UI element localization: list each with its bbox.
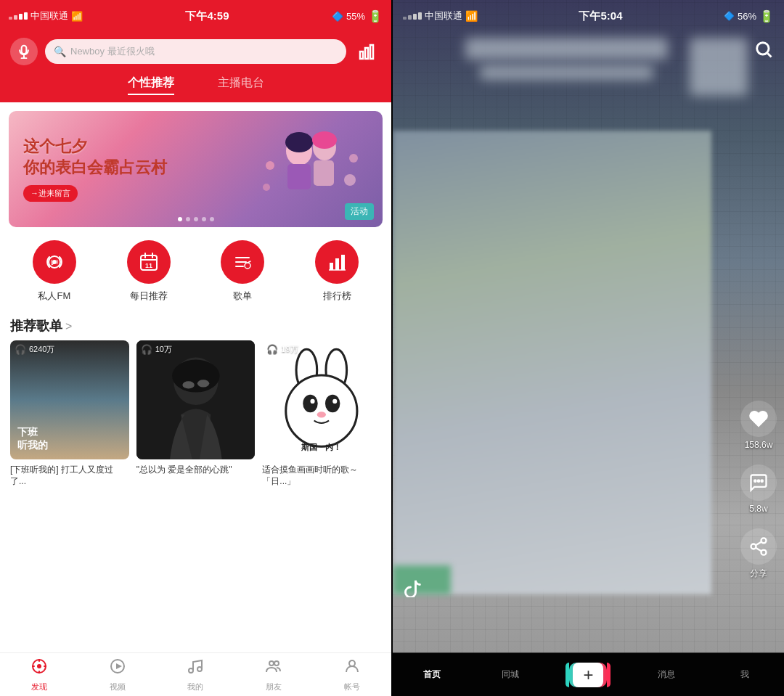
svg-point-50 — [189, 668, 193, 673]
svg-marker-49 — [116, 663, 122, 669]
blurred-username — [465, 38, 668, 60]
nav-video[interactable]: 视频 — [78, 653, 157, 696]
headphone-icon-3: 🎧 — [266, 344, 278, 355]
play-count-2: 10万 — [155, 344, 172, 355]
mic-button[interactable] — [10, 38, 38, 65]
action-daily[interactable]: 11 每日推荐 — [127, 240, 171, 303]
playlist-card-2[interactable]: 🎧 10万 "总以为 爱是全部的心跳" — [136, 340, 256, 652]
battery-left: 55% — [346, 11, 365, 22]
playlist-card-1[interactable]: 下班听我的 🎧 6240万 [下班听我的] 打工人又度过了... — [10, 340, 129, 652]
action-chart[interactable]: 排行榜 — [315, 240, 359, 303]
daily-icon: 11 — [127, 240, 171, 284]
svg-rect-10 — [314, 160, 334, 186]
svg-point-25 — [245, 263, 250, 269]
create-button[interactable]: + — [569, 663, 607, 687]
svg-point-57 — [758, 480, 759, 482]
banner-cta[interactable]: →进来留言 — [23, 185, 78, 202]
video-icon — [109, 658, 126, 679]
svg-rect-28 — [335, 258, 339, 270]
svg-line-26 — [248, 261, 250, 263]
private-fm-label: 私人FM — [38, 290, 70, 303]
action-private-fm[interactable]: 私人FM — [33, 240, 76, 303]
tt-nav-me[interactable]: 我 — [706, 653, 784, 696]
svg-point-34 — [182, 381, 194, 388]
dot-1 — [178, 217, 182, 221]
battery-icon: 🔋 — [368, 9, 383, 23]
tt-home-label: 首页 — [423, 668, 441, 681]
left-status-right: 🔷 55% 🔋 — [332, 9, 383, 23]
svg-point-55 — [757, 43, 769, 54]
right-battery-icon: 🔋 — [759, 9, 774, 23]
playlist-title-3: 适合摸鱼画画时听的歌～「日...」 — [262, 464, 381, 488]
svg-point-59 — [761, 538, 767, 543]
plus-icon: + — [583, 666, 593, 684]
nav-video-label: 视频 — [110, 681, 126, 692]
thumb-2-bg — [136, 340, 256, 459]
playlist-label: 歌单 — [233, 290, 252, 303]
search-bar[interactable]: 🔍 Newboy 最近很火哦 — [45, 39, 346, 64]
nav-my[interactable]: 我的 — [157, 653, 235, 696]
playlist-overlay-1: 🎧 6240万 — [15, 344, 54, 355]
nav-account[interactable]: 帐号 — [313, 653, 391, 696]
svg-point-39 — [286, 375, 357, 446]
playlist-icon — [221, 240, 264, 284]
banner[interactable]: 这个七夕 你的表白会霸占云村 →进来留言 — [9, 111, 383, 227]
signal-icon — [9, 12, 28, 20]
dot-4 — [202, 217, 206, 221]
svg-point-44 — [317, 412, 326, 417]
tt-nav-create[interactable]: + — [550, 653, 628, 696]
bluetooth-icon: 🔷 — [332, 11, 343, 22]
section-arrow: > — [65, 320, 72, 333]
svg-point-8 — [312, 131, 337, 149]
left-status-left: 中国联通 📶 — [9, 9, 83, 22]
svg-point-52 — [269, 661, 274, 666]
bottom-nav-left: 发现 视频 我的 — [0, 652, 391, 696]
dot-5 — [210, 217, 214, 221]
right-carrier: 中国联通 — [425, 9, 462, 22]
playlist-thumb-3: 斯国一内！ 🎧 19万 — [262, 340, 381, 459]
right-status-right: 🔷 56% 🔋 — [724, 9, 774, 23]
banner-text: 这个七夕 你的表白会霸占云村 →进来留言 — [23, 136, 252, 202]
right-bluetooth-icon: 🔷 — [724, 11, 735, 21]
svg-point-43 — [333, 399, 338, 404]
tt-nav-local[interactable]: 同城 — [471, 653, 550, 696]
banner-activity[interactable]: 活动 — [345, 203, 374, 220]
tab-personal[interactable]: 个性推荐 — [128, 75, 174, 95]
svg-point-54 — [349, 660, 355, 666]
chart-button[interactable] — [354, 38, 381, 65]
play-count-3: 19万 — [281, 344, 298, 355]
private-fm-icon — [33, 240, 76, 284]
headphone-icon-1: 🎧 — [15, 344, 26, 355]
svg-rect-29 — [341, 255, 345, 270]
comment-button[interactable]: 5.8w — [740, 464, 777, 514]
heart-icon-wrap — [740, 401, 777, 437]
playlist-card-3[interactable]: 斯国一内！ 🎧 19万 适合摸鱼画画时听的歌～「日...」 — [262, 340, 381, 652]
svg-line-62 — [756, 548, 761, 552]
friends-icon — [265, 658, 282, 679]
nav-discover[interactable]: 发现 — [0, 653, 78, 696]
share-button[interactable]: 分享 — [740, 528, 777, 580]
tt-nav-message[interactable]: 消息 — [627, 653, 706, 696]
left-tabs: 个性推荐 主播电台 — [0, 74, 391, 102]
share-label: 分享 — [750, 568, 767, 580]
chart-label: 排行榜 — [323, 290, 351, 303]
tt-nav-home[interactable]: 首页 — [393, 653, 471, 696]
search-button-right[interactable] — [754, 39, 774, 65]
play-count-1: 6240万 — [29, 344, 54, 355]
bottom-nav-right: 首页 同城 + 消息 我 — [393, 652, 784, 696]
banner-content: 这个七夕 你的表白会霸占云村 →进来留言 — [9, 111, 383, 227]
svg-point-51 — [197, 667, 202, 671]
quick-actions: 私人FM 11 每日推荐 — [0, 227, 391, 310]
svg-point-35 — [197, 380, 209, 387]
left-panel: 中国联通 📶 下午4:59 🔷 55% 🔋 🔍 Newboy 最近很火哦 — [0, 0, 391, 696]
nav-friends[interactable]: 朋友 — [234, 653, 313, 696]
tt-local-label: 同城 — [502, 668, 519, 681]
share-icon-wrap — [740, 528, 777, 565]
like-button[interactable]: 158.6w — [740, 401, 777, 450]
action-playlist[interactable]: 歌单 — [221, 240, 264, 303]
comment-icon-wrap — [740, 464, 777, 501]
tab-radio[interactable]: 主播电台 — [218, 75, 264, 95]
left-status-bar: 中国联通 📶 下午4:59 🔷 55% 🔋 — [0, 0, 391, 32]
svg-point-56 — [754, 480, 756, 482]
video-area[interactable]: 158.6w 5.8w — [393, 0, 784, 652]
